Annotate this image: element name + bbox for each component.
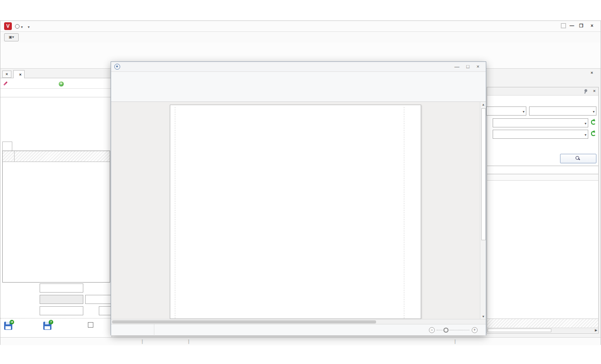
invoice-page [170,105,421,319]
save-button[interactable]: ➜ [4,322,14,330]
zoom-in-icon[interactable]: + [472,327,478,333]
action-buttons: ➜ ? [0,318,112,336]
ribbon-tab-bar: ▣▾ [0,32,601,42]
right-region: × × ▾ ▾ ▾ ▾ [487,70,600,337]
print-preview-dialog: — □ × [111,61,486,335]
invoice-customer [178,152,185,157]
fund-select[interactable] [99,306,112,315]
payment-input[interactable] [40,306,83,315]
layout-icon[interactable] [561,23,566,28]
title-bar: V ▾ ▾ — ❐ × [0,21,601,32]
invoice-amount-in-words [178,255,183,261]
invoice-customer-address [178,158,181,164]
dialog-status-bar: − + [111,324,486,335]
preview-hscrollbar[interactable] [111,319,486,324]
items-grid [2,151,110,283]
app-menu-button[interactable]: ▣▾ [4,33,19,41]
status-bar: | | | [0,337,601,345]
page-indicator [111,324,154,336]
dialog-title-bar: — □ × [111,62,486,72]
command-links: + [0,79,112,89]
dialog-minimize-icon[interactable]: — [454,64,459,69]
save-icon: ➜ [4,322,12,330]
pencil-icon [3,81,7,86]
results-footer [487,318,598,328]
scroll-down-icon[interactable]: ▼ [480,315,486,318]
refresh-icon[interactable] [591,120,596,125]
refresh-icon-2[interactable] [591,131,596,136]
search-button[interactable] [560,154,596,163]
results-grid-filter-row [487,174,598,181]
scrollbar-thumb[interactable] [488,329,551,332]
restore-icon[interactable]: ❐ [579,23,583,28]
scroll-right-icon[interactable]: ▶ [595,329,597,332]
grand-total-words [85,295,112,304]
scroll-up-icon[interactable]: ▲ [480,103,486,106]
panel-header: × [487,87,598,96]
close-icon[interactable]: × [591,23,593,28]
item-filter-select[interactable]: ▾ [493,130,588,139]
items-grid-header [3,151,110,162]
column-header-hang-hoa[interactable] [15,151,110,162]
customer-filter-select[interactable]: ▾ [493,118,588,127]
invoice-note [178,262,183,268]
dialog-ribbon [111,72,486,102]
discount-pct-input[interactable] [40,283,83,293]
add-item-link[interactable]: + [59,81,65,86]
results-hscrollbar[interactable]: ▶ [487,328,598,333]
from-date-input[interactable]: ▾ [486,106,526,116]
panel-close-icon[interactable]: × [593,89,596,93]
pin-icon[interactable] [583,89,588,94]
save-temp-icon: ? [43,322,51,330]
preview-area[interactable] [111,102,486,319]
search-icon [576,156,581,161]
section-title [0,89,112,97]
document-tab-bar: × × [0,70,112,78]
tab-close-icon[interactable]: × [19,72,21,77]
vscrollbar-thumb[interactable] [481,108,486,240]
plus-icon: + [59,81,64,86]
quick-access-dropdown-icon[interactable]: ▾ [21,25,23,29]
dialog-maximize-icon[interactable]: □ [466,64,469,69]
row-indicator-header [3,151,15,162]
preview-vscrollbar[interactable]: ▲ ▼ [480,102,486,319]
checkbox-icon[interactable] [88,322,93,328]
results-grid-header [487,166,598,174]
zoom-slider-thumb[interactable] [443,328,448,333]
zoom-out-icon[interactable]: − [429,327,435,333]
right-tab-close-button[interactable]: × [588,71,596,77]
save-temp-button[interactable]: ? [43,322,53,330]
tab-phieu-ban-hang[interactable]: × [13,70,25,78]
tab-close-button[interactable]: × [2,71,11,78]
app-logo-icon: V [4,22,12,30]
zoom-slider-track[interactable] [437,330,469,330]
search-panel: × ▾ ▾ ▾ ▾ [487,87,599,334]
minimize-icon[interactable]: — [570,23,574,28]
toolbar-overflow-icon[interactable]: ▾ [28,25,30,29]
results-grid [487,166,598,318]
to-date-input[interactable]: ▾ [529,106,596,116]
quick-access-icon[interactable] [15,24,20,29]
dialog-close-icon[interactable]: × [477,64,479,69]
margin-guides [175,107,404,318]
screen: V ▾ ▾ — ❐ × ▣▾ × × + [0,0,601,364]
hscrollbar-thumb[interactable] [112,320,376,324]
tab-hang-ban[interactable] [2,142,12,151]
left-panel: × × + [0,70,112,337]
save-print-checkbox[interactable] [88,322,95,328]
dialog-icon [114,64,120,70]
create-new-link[interactable] [3,81,9,86]
grand-total-value [40,295,83,304]
zoom-control: − + [416,326,482,334]
